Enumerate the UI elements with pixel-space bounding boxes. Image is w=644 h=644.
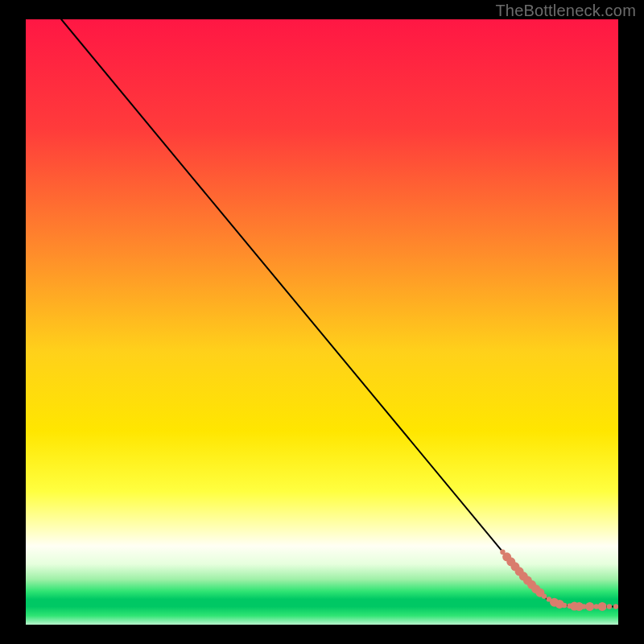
scatter-point: [585, 602, 594, 611]
scatter-point: [562, 603, 567, 608]
chart-plot-area: [26, 19, 618, 625]
frame: TheBottleneck.com: [0, 0, 644, 644]
scatter-point: [613, 604, 618, 609]
scatter-point: [607, 604, 612, 609]
scatter-point: [542, 593, 547, 598]
chart-svg: [26, 19, 618, 625]
chart-background: [26, 19, 618, 625]
scatter-point: [598, 602, 607, 611]
watermark-label: TheBottleneck.com: [495, 2, 636, 20]
